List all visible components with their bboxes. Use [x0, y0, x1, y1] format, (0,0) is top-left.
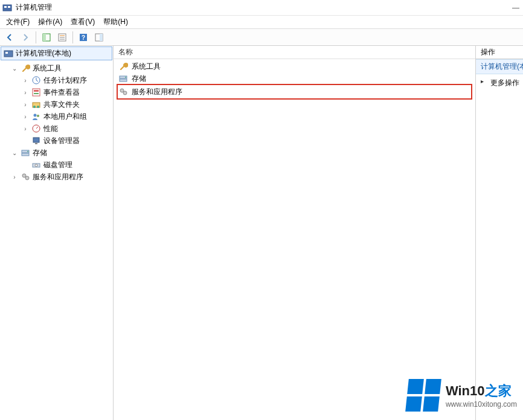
list-pane: 名称 系统工具 存储 服务和应用程序 — [114, 46, 476, 420]
actions-context: 计算机管理(本地) — [476, 59, 523, 74]
svg-point-22 — [34, 114, 37, 117]
tree-label: 本地用户和组 — [43, 112, 87, 122]
services-icon — [21, 172, 30, 182]
list-item-services-apps[interactable]: 服务和应用程序 — [117, 84, 472, 99]
menu-help[interactable]: 帮助(H) — [100, 16, 132, 28]
menu-view[interactable]: 查看(V) — [67, 16, 98, 28]
svg-point-29 — [27, 151, 28, 152]
svg-point-38 — [123, 91, 127, 95]
svg-point-20 — [33, 106, 36, 108]
column-name: 名称 — [118, 47, 133, 57]
svg-rect-16 — [33, 89, 40, 96]
tree-label: 任务计划程序 — [43, 75, 87, 86]
services-icon — [118, 87, 128, 97]
list-label: 系统工具 — [132, 62, 161, 72]
svg-point-21 — [37, 106, 39, 108]
tree-label: 事件查看器 — [43, 88, 80, 98]
expand-icon[interactable]: › — [22, 113, 29, 120]
expand-icon[interactable]: › — [11, 173, 18, 180]
menu-action[interactable]: 操作(A) — [34, 16, 66, 28]
tree-label: 系统工具 — [33, 63, 62, 74]
toolbar-separator — [36, 31, 36, 43]
list-label: 存储 — [132, 74, 146, 84]
tree-item-system-tools[interactable]: ⌄ 系统工具 — [2, 62, 113, 74]
computer-management-icon — [4, 49, 13, 59]
list-column-header[interactable]: 名称 — [114, 46, 475, 59]
storage-icon — [118, 74, 128, 83]
blank-icon — [22, 161, 29, 168]
tree-label: 磁盘管理 — [43, 160, 72, 170]
tree-item-device-manager[interactable]: 设备管理器 — [2, 135, 113, 147]
tree-item-event-viewer[interactable]: › 事件查看器 — [2, 86, 113, 98]
list-item-storage[interactable]: 存储 — [117, 72, 472, 84]
tree-item-services-apps[interactable]: › 服务和应用程序 — [2, 171, 113, 183]
toolbar: ? — [0, 29, 523, 46]
dash-icon: — — [512, 4, 521, 12]
performance-icon — [31, 124, 41, 133]
shared-folders-icon — [31, 100, 41, 109]
collapse-icon[interactable]: ⌄ — [11, 65, 18, 72]
svg-rect-14 — [5, 52, 8, 54]
svg-rect-25 — [33, 138, 39, 142]
tree-root[interactable]: 计算机管理(本地) — [1, 46, 112, 60]
actions-pane: 操作 计算机管理(本地) 更多操作 — [476, 46, 523, 420]
svg-point-23 — [37, 115, 39, 117]
expand-icon[interactable]: › — [22, 125, 29, 132]
tree-pane: 计算机管理(本地) ⌄ 系统工具 › 任务计划程序 › — [0, 46, 114, 420]
svg-rect-18 — [34, 93, 39, 94]
svg-point-36 — [125, 77, 126, 78]
forward-button[interactable] — [18, 30, 33, 45]
svg-text:?: ? — [82, 34, 85, 41]
tree-label: 存储 — [33, 148, 47, 158]
tree-item-storage[interactable]: ⌄ 存储 — [2, 147, 113, 159]
tree-label: 设备管理器 — [43, 136, 80, 146]
tree-item-local-users[interactable]: › 本地用户和组 — [2, 110, 113, 122]
list-item-system-tools[interactable]: 系统工具 — [117, 60, 472, 72]
collapse-icon[interactable]: ⌄ — [11, 149, 18, 156]
svg-rect-12 — [100, 34, 103, 41]
window-title: 计算机管理 — [16, 2, 52, 13]
disk-management-icon — [31, 160, 41, 170]
wrench-icon — [118, 62, 128, 71]
list-label: 服务和应用程序 — [132, 87, 182, 97]
tree-item-task-scheduler[interactable]: › 任务计划程序 — [2, 74, 113, 86]
tree-item-shared-folders[interactable]: › 共享文件夹 — [2, 98, 113, 110]
expand-icon[interactable]: › — [22, 89, 29, 96]
storage-icon — [21, 148, 30, 158]
expand-icon[interactable]: › — [22, 77, 29, 84]
tree-item-performance[interactable]: › 性能 — [2, 122, 113, 135]
svg-point-33 — [25, 176, 29, 180]
expand-icon[interactable]: › — [22, 101, 29, 108]
svg-rect-28 — [22, 153, 29, 156]
svg-rect-35 — [120, 79, 127, 81]
blank-icon — [22, 137, 29, 144]
wrench-icon — [21, 63, 30, 73]
tree-item-disk-management[interactable]: 磁盘管理 — [2, 159, 113, 171]
users-icon — [31, 112, 41, 121]
show-hide-tree-button[interactable] — [39, 30, 54, 45]
app-icon — [2, 3, 12, 13]
svg-rect-4 — [43, 34, 46, 41]
svg-point-31 — [35, 164, 37, 167]
menu-bar: 文件(F) 操作(A) 查看(V) 帮助(H) — [0, 16, 523, 29]
actions-more[interactable]: 更多操作 — [476, 74, 523, 91]
svg-rect-17 — [34, 90, 39, 92]
properties-button[interactable] — [55, 30, 69, 45]
svg-rect-26 — [35, 143, 37, 144]
title-bar: 计算机管理 — — [0, 0, 523, 16]
menu-file[interactable]: 文件(F) — [2, 16, 33, 28]
tree-label: 性能 — [43, 124, 58, 134]
actions-header: 操作 — [476, 46, 523, 59]
event-viewer-icon — [31, 88, 41, 97]
show-actions-button[interactable] — [92, 30, 106, 45]
clock-icon — [31, 75, 41, 85]
device-manager-icon — [31, 136, 41, 145]
back-button[interactable] — [2, 30, 17, 45]
toolbar-separator — [72, 31, 73, 43]
tree-label: 服务和应用程序 — [33, 172, 83, 182]
content-area: 计算机管理(本地) ⌄ 系统工具 › 任务计划程序 › — [0, 46, 523, 420]
svg-rect-1 — [4, 6, 7, 8]
svg-rect-2 — [8, 6, 10, 8]
tree-label: 共享文件夹 — [43, 100, 80, 110]
help-button[interactable]: ? — [76, 30, 91, 45]
